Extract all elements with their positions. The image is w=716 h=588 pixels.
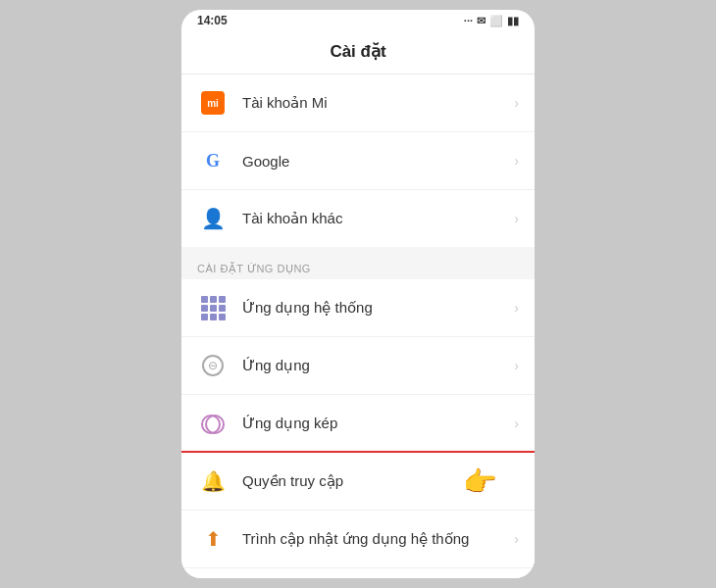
- system-apps-label: Ứng dụng hệ thống: [242, 299, 514, 317]
- status-time: 14:05: [197, 14, 228, 27]
- apps-section-label: CÀI ĐẶT ỨNG DỤNG: [181, 255, 535, 279]
- app-single-icon: ⊖: [197, 350, 229, 381]
- other-account-chevron-icon: ›: [514, 211, 519, 226]
- mi-account-label: Tài khoản Mi: [242, 94, 514, 112]
- hand-pointer-icon: 👉: [463, 466, 497, 498]
- apps-grid-icon: [197, 292, 229, 323]
- content-area: mi Tài khoản Mi › G Google › 👤 Tài khoản…: [181, 74, 535, 578]
- dual-apps-chevron-icon: ›: [514, 416, 519, 431]
- other-account-item[interactable]: 👤 Tài khoản khác ›: [181, 190, 535, 247]
- google-icon: G: [197, 145, 229, 176]
- dual-apps-item[interactable]: Ứng dụng kép ›: [181, 395, 535, 453]
- mi-chevron-icon: ›: [514, 95, 519, 111]
- google-item[interactable]: G Google ›: [181, 132, 535, 190]
- account-icon: 👤: [197, 203, 229, 234]
- update-icon: ⬆: [197, 523, 229, 555]
- apps-label: Ứng dụng: [242, 357, 514, 374]
- update-chevron-icon: ›: [514, 531, 519, 547]
- mi-icon: mi: [197, 87, 229, 119]
- lock-apps-item[interactable]: 🔒 Khóa ứng dụng ›: [181, 568, 535, 578]
- google-chevron-icon: ›: [514, 153, 519, 169]
- access-label: Quyền truy cập: [242, 472, 479, 490]
- apps-item[interactable]: ⊖ Ứng dụng ›: [181, 337, 535, 395]
- apps-section: Ứng dụng hệ thống › ⊖ Ứng dụng › Ứng dụn…: [181, 279, 535, 578]
- update-item[interactable]: ⬆ Trình cập nhật ứng dụng hệ thống ›: [181, 511, 535, 568]
- dual-apps-label: Ứng dụng kép: [242, 415, 514, 432]
- mi-account-item[interactable]: mi Tài khoản Mi ›: [181, 74, 535, 132]
- system-apps-chevron-icon: ›: [514, 300, 519, 316]
- google-label: Google: [242, 153, 514, 170]
- dual-app-icon: [197, 408, 229, 439]
- phone-container: 14:05 ··· ✉ ⬜ ▮▮ Cài đặt mi Tài khoản Mi…: [181, 10, 535, 578]
- system-apps-item[interactable]: Ứng dụng hệ thống ›: [181, 279, 535, 337]
- apps-chevron-icon: ›: [514, 358, 519, 373]
- access-icon: 🔔: [197, 466, 229, 497]
- access-item[interactable]: 🔔 Quyền truy cập › 👉: [181, 453, 535, 511]
- status-bar: 14:05 ··· ✉ ⬜ ▮▮: [181, 10, 535, 31]
- page-header: Cài đặt: [181, 31, 535, 74]
- other-account-label: Tài khoản khác: [242, 210, 514, 227]
- page-title: Cài đặt: [330, 42, 385, 61]
- accounts-section: mi Tài khoản Mi › G Google › 👤 Tài khoản…: [181, 74, 535, 247]
- status-icons: ··· ✉ ⬜ ▮▮: [464, 15, 519, 27]
- update-label: Trình cập nhật ứng dụng hệ thống: [242, 530, 514, 548]
